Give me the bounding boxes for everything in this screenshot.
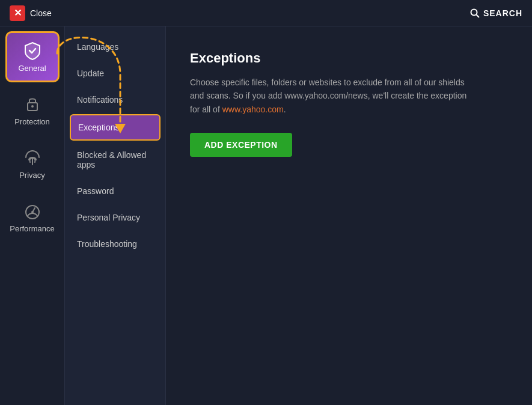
menu-item-personal-privacy[interactable]: Personal Privacy	[65, 204, 165, 231]
search-button[interactable]: SEARCH	[470, 8, 522, 18]
gauge-icon	[23, 201, 42, 221]
content-area: Exceptions Choose specific files, folder…	[166, 26, 532, 405]
sidebar-label-performance: Performance	[10, 224, 54, 233]
svg-line-1	[476, 14, 479, 17]
search-label: SEARCH	[483, 8, 522, 18]
menu-item-troubleshooting[interactable]: Troubleshooting	[65, 231, 165, 257]
fingerprint-icon	[23, 148, 42, 167]
sidebar-label-general: General	[18, 64, 46, 73]
search-icon	[470, 8, 480, 18]
menu-item-languages[interactable]: Languages	[65, 34, 165, 60]
close-label: Close	[30, 8, 52, 18]
add-exception-button[interactable]: ADD EXCEPTION	[190, 133, 292, 157]
sidebar-label-protection: Protection	[14, 117, 50, 126]
icon-sidebar: General Protection	[0, 26, 65, 405]
menu-item-notifications[interactable]: Notifications	[65, 87, 165, 113]
sidebar-item-performance[interactable]: Performance	[5, 192, 60, 243]
content-desc-highlight: www.yahoo.com	[222, 105, 284, 114]
content-desc-part2: .	[284, 105, 286, 114]
main-layout: General Protection	[0, 26, 532, 405]
content-title: Exceptions	[190, 50, 508, 66]
close-x-icon: ✕	[10, 5, 25, 21]
lock-icon	[23, 94, 42, 114]
sidebar-item-protection[interactable]: Protection	[5, 85, 60, 136]
svg-point-6	[31, 211, 34, 213]
menu-item-password[interactable]: Password	[65, 178, 165, 204]
menu-sidebar: Languages Update Notifications Exception…	[65, 26, 166, 405]
close-button[interactable]: ✕ Close	[10, 5, 52, 21]
menu-item-exceptions[interactable]: Exceptions	[70, 114, 161, 141]
sidebar-item-privacy[interactable]: Privacy	[5, 138, 60, 189]
sidebar-label-privacy: Privacy	[19, 171, 45, 180]
menu-item-update[interactable]: Update	[65, 60, 165, 87]
svg-point-0	[471, 9, 477, 15]
svg-point-3	[31, 105, 34, 108]
shield-icon	[23, 41, 42, 60]
sidebar-item-general[interactable]: General	[5, 31, 60, 82]
menu-item-blocked-allowed[interactable]: Blocked & Allowed apps	[65, 142, 165, 178]
content-description: Choose specific files, folders or websit…	[190, 76, 478, 116]
top-bar: ✕ Close SEARCH	[0, 0, 532, 26]
